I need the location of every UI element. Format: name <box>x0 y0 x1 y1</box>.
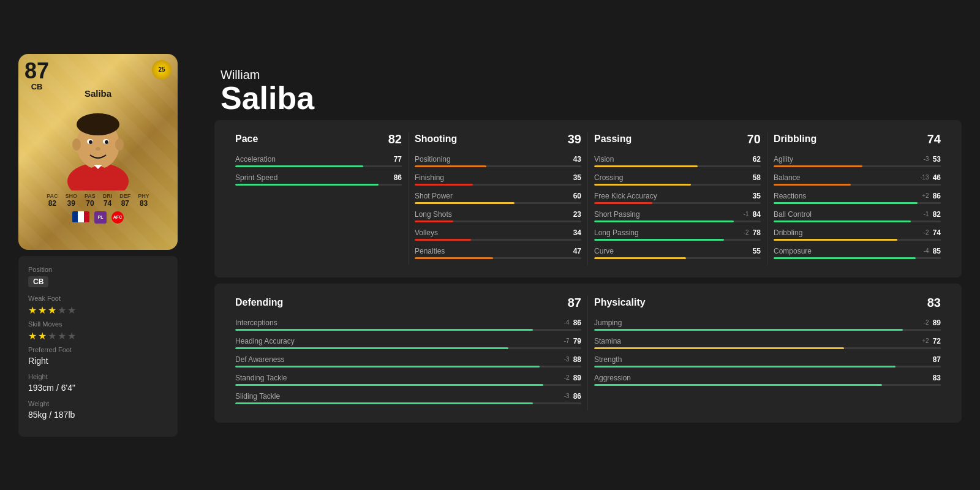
stat-bar-fill <box>235 184 379 186</box>
stat-value-group: -274 <box>924 228 941 237</box>
left-panel: 87 CB 25 Saliba <box>18 54 202 437</box>
stat-row: Long Shots23 <box>415 210 581 219</box>
stat-bar-fill <box>235 402 533 404</box>
stat-bar-fill <box>774 165 862 167</box>
preferred-foot-label: Preferred Foot <box>28 346 168 353</box>
stat-bar <box>594 366 941 368</box>
stat-row: Ball Control-182 <box>774 210 941 219</box>
stat-item: Crossing58 <box>594 173 761 186</box>
category-header: Physicality83 <box>594 296 941 310</box>
category-header: Passing70 <box>594 132 761 146</box>
stat-item: Volleys34 <box>415 228 581 241</box>
star-1: ★ <box>28 304 37 313</box>
sho-value: 39 <box>67 199 75 208</box>
stat-bar <box>774 239 941 241</box>
stat-name: Dribbling <box>774 228 802 237</box>
stat-row: Def Awareness-388 <box>235 355 581 364</box>
stat-row: Sliding Tackle-386 <box>235 392 581 401</box>
stat-name: Finishing <box>415 173 444 182</box>
stat-bar <box>235 402 581 404</box>
stat-value-group: +272 <box>922 337 941 345</box>
stat-bar <box>774 184 941 186</box>
stat-name: Ball Control <box>774 210 812 219</box>
stat-modifier: -13 <box>920 174 929 181</box>
stat-value-group: +286 <box>922 192 941 200</box>
stat-row: Finishing35 <box>415 173 581 182</box>
stat-value-group: 83 <box>933 374 941 382</box>
stat-name: Heading Accuracy <box>235 337 295 345</box>
stat-bar <box>594 329 941 331</box>
stat-value: 85 <box>933 247 941 255</box>
position-row: Position CB <box>28 266 168 287</box>
stat-value: 84 <box>753 210 761 219</box>
def-value: 87 <box>121 199 129 208</box>
stat-modifier: -2 <box>564 374 570 381</box>
stat-item: Sliding Tackle-386 <box>235 392 581 404</box>
stat-value: 60 <box>573 192 581 200</box>
category-header: Shooting39 <box>415 132 581 146</box>
stat-row: Standing Tackle-289 <box>235 374 581 382</box>
info-panel: Position CB Weak Foot ★ ★ ★ ★ ★ Skill Mo… <box>18 256 178 437</box>
stat-modifier: -2 <box>744 229 749 236</box>
stat-bar-fill <box>594 329 903 331</box>
player-first-name: William <box>221 68 956 82</box>
stat-bar-fill <box>415 184 473 186</box>
stat-modifier: -4 <box>924 247 929 254</box>
stat-item: Shot Power60 <box>415 192 581 204</box>
stat-item: Ball Control-182 <box>774 210 941 222</box>
stat-item: Stamina+272 <box>594 337 941 349</box>
stat-value-group: -278 <box>744 228 761 237</box>
preferred-foot-value: Right <box>28 356 168 366</box>
stat-name: Crossing <box>594 173 623 182</box>
stat-bar-fill <box>415 202 514 204</box>
weight-row: Weight 85kg / 187lb <box>28 400 168 420</box>
stat-modifier: -3 <box>564 356 570 363</box>
stat-bar <box>594 202 761 204</box>
category-name: Defending <box>235 297 283 308</box>
stat-value-group: 62 <box>753 155 761 164</box>
stat-modifier: -7 <box>564 337 570 344</box>
stat-bar-fill <box>594 347 844 349</box>
stat-name: Penalties <box>415 247 445 255</box>
stat-value: 86 <box>933 192 941 200</box>
card-flags-row: PL AFC <box>72 211 124 224</box>
card-stat-sho: SHO 39 <box>65 193 77 208</box>
stat-item: Vision62 <box>594 155 761 167</box>
stat-row: Volleys34 <box>415 228 581 237</box>
player-card: 87 CB 25 Saliba <box>18 54 178 250</box>
stat-value: 23 <box>573 210 581 219</box>
stat-name: Long Passing <box>594 228 639 237</box>
weak-foot-stars: ★ ★ ★ ★ ★ <box>28 304 168 313</box>
stat-name: Long Shots <box>415 210 452 219</box>
stat-bar <box>235 366 581 368</box>
stat-name: Standing Tackle <box>235 374 287 382</box>
stat-row: Aggression83 <box>594 374 941 382</box>
stat-bar <box>594 257 761 259</box>
category-score: 82 <box>388 132 402 146</box>
stat-bar <box>774 165 941 167</box>
card-position: CB <box>31 82 43 91</box>
category-score: 83 <box>927 296 941 310</box>
height-value: 193cm / 6'4" <box>28 383 168 393</box>
stat-bar <box>235 184 402 186</box>
stat-value: 86 <box>573 318 581 327</box>
card-rating-block: 87 CB <box>24 60 49 91</box>
stat-item: Short Passing-184 <box>594 210 761 222</box>
stat-bar <box>594 221 761 222</box>
stat-value: 89 <box>573 374 581 382</box>
skill-moves-stars: ★ ★ ★ ★ ★ <box>28 330 168 339</box>
category-score: 70 <box>747 132 761 146</box>
stat-modifier: -4 <box>564 319 570 326</box>
stat-name: Balance <box>774 173 800 182</box>
stat-bar-fill <box>594 184 691 186</box>
club-badge: AFC <box>111 211 124 224</box>
phy-value: 83 <box>140 199 148 208</box>
stat-bar-fill <box>594 239 724 241</box>
sho-label: SHO <box>65 193 77 199</box>
stat-bar-fill <box>594 221 734 222</box>
phy-label: PHY <box>138 193 149 199</box>
category-header: Pace82 <box>235 132 402 146</box>
svg-point-6 <box>89 140 92 144</box>
player-avatar-svg <box>52 99 144 190</box>
stat-bar-fill <box>235 329 533 331</box>
